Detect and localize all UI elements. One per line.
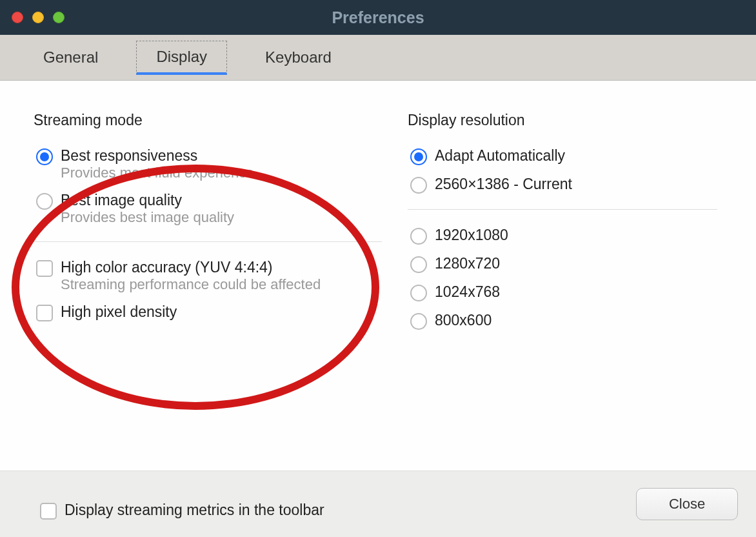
radio-icon xyxy=(410,256,427,273)
radio-adapt-auto[interactable]: Adapt Automatically xyxy=(408,142,717,170)
radio-best-responsiveness[interactable]: Best responsiveness Provides most fluid … xyxy=(34,142,382,187)
checkbox-streaming-metrics[interactable]: Display streaming metrics in the toolbar xyxy=(37,496,327,525)
checkbox-icon xyxy=(40,503,57,520)
checkbox-icon xyxy=(36,305,53,321)
option-label: High pixel density xyxy=(61,303,379,321)
radio-current-resolution[interactable]: 2560×1386 - Current xyxy=(408,170,717,199)
option-text: Best image quality Provides best image q… xyxy=(61,192,379,226)
option-text: 2560×1386 - Current xyxy=(435,176,715,193)
tab-display[interactable]: Display xyxy=(136,41,227,75)
divider xyxy=(34,241,382,242)
radio-icon xyxy=(410,177,427,194)
option-sublabel: Provides best image quality xyxy=(61,209,379,226)
radio-1280x720[interactable]: 1280x720 xyxy=(408,250,717,278)
titlebar: Preferences xyxy=(0,0,756,35)
divider xyxy=(408,209,717,210)
option-label: 1280x720 xyxy=(435,255,715,272)
option-sublabel: Streaming performance could be affected xyxy=(61,276,379,293)
minimize-window-icon[interactable] xyxy=(32,12,44,23)
radio-1024x768[interactable]: 1024x768 xyxy=(408,278,717,307)
option-label: Best responsiveness xyxy=(61,147,379,165)
window-title: Preferences xyxy=(332,8,424,27)
close-window-icon[interactable] xyxy=(12,12,23,23)
close-button[interactable]: Close xyxy=(636,488,738,520)
radio-icon xyxy=(36,193,53,210)
maximize-window-icon[interactable] xyxy=(53,12,65,23)
option-text: 1920x1080 xyxy=(435,227,715,244)
option-label: Display streaming metrics in the toolbar xyxy=(65,502,324,519)
checkbox-icon xyxy=(36,260,53,277)
option-text: Best responsiveness Provides most fluid … xyxy=(61,147,379,181)
option-label: Best image quality xyxy=(61,192,379,209)
streaming-mode-section: Streaming mode Best responsiveness Provi… xyxy=(34,112,382,471)
radio-icon xyxy=(36,148,53,165)
checkbox-high-color[interactable]: High color accuracy (YUV 4:4:4) Streamin… xyxy=(34,254,382,298)
option-text: 800x600 xyxy=(435,312,715,329)
radio-icon xyxy=(410,148,427,165)
radio-icon xyxy=(410,285,427,301)
option-label: 800x600 xyxy=(435,312,715,329)
tab-general[interactable]: General xyxy=(23,41,118,74)
option-text: Display streaming metrics in the toolbar xyxy=(65,502,324,519)
radio-1920x1080[interactable]: 1920x1080 xyxy=(408,221,717,250)
tab-bar: General Display Keyboard xyxy=(0,35,756,81)
resolution-section: Display resolution Adapt Automatically 2… xyxy=(408,112,717,471)
option-label: High color accuracy (YUV 4:4:4) xyxy=(61,259,379,276)
radio-best-quality[interactable]: Best image quality Provides best image q… xyxy=(34,187,382,231)
option-text: 1280x720 xyxy=(435,255,715,272)
window-controls xyxy=(0,12,65,23)
option-text: 1024x768 xyxy=(435,283,715,301)
tab-keyboard[interactable]: Keyboard xyxy=(245,41,352,74)
radio-icon xyxy=(410,313,427,330)
radio-icon xyxy=(410,228,427,245)
content-area: Streaming mode Best responsiveness Provi… xyxy=(0,81,756,471)
option-label: 1024x768 xyxy=(435,283,715,301)
option-text: High color accuracy (YUV 4:4:4) Streamin… xyxy=(61,259,379,293)
radio-800x600[interactable]: 800x600 xyxy=(408,307,717,335)
option-sublabel: Provides most fluid experience xyxy=(61,165,379,181)
option-label: Adapt Automatically xyxy=(435,147,715,165)
resolution-title: Display resolution xyxy=(408,112,717,129)
streaming-mode-title: Streaming mode xyxy=(34,112,382,129)
option-label: 2560×1386 - Current xyxy=(435,176,715,193)
checkbox-high-pixel[interactable]: High pixel density xyxy=(34,298,382,327)
option-label: 1920x1080 xyxy=(435,227,715,244)
preferences-window: Preferences General Display Keyboard Str… xyxy=(0,0,756,537)
option-text: High pixel density xyxy=(61,303,379,321)
option-text: Adapt Automatically xyxy=(435,147,715,165)
